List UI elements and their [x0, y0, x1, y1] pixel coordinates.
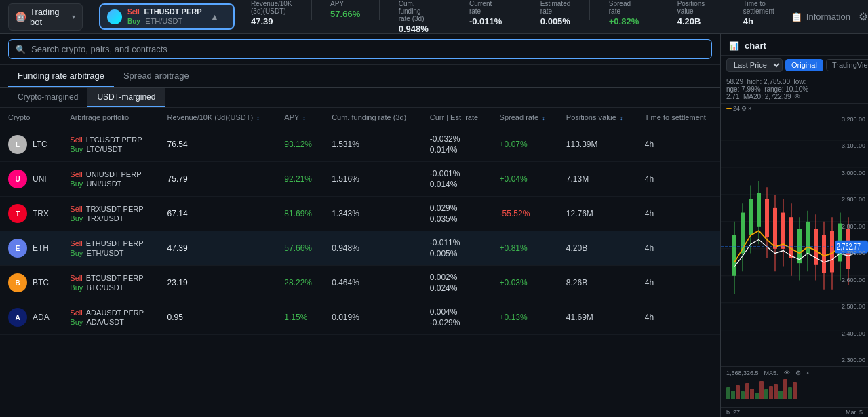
revenue-cell-0: 76.54 [159, 127, 277, 162]
sub-tab-crypto[interactable]: Crypto-margined [8, 88, 87, 107]
col-rate: Curr | Est. rate [422, 108, 492, 127]
table-row[interactable]: A ADA Sell ADAUSDT PERP Buy ADA/USDT 0.9… [0, 300, 720, 335]
vol-stats: 1,668,326.5 MA5: 👁 ⚙ × [726, 370, 863, 376]
chart-stat-line2: nge: 7.99% range: 10.10% [726, 85, 863, 93]
chart-header: 📊 chart [721, 34, 868, 56]
col-apy[interactable]: APY ↕ [276, 108, 323, 127]
stat-apy-label: APY [330, 0, 360, 7]
table-row[interactable]: T TRX Sell TRXUSDT PERP Buy TRX/USDT 67.… [0, 197, 720, 231]
sell-row-5: Sell ADAUSDT PERP [70, 309, 151, 317]
svg-rect-17 [765, 199, 769, 237]
price-2400: 2,400.00 [842, 330, 865, 337]
ma-settings-icon[interactable]: ⚙ [741, 105, 747, 112]
stat-pos-label: Positions value [677, 0, 705, 15]
table-row[interactable]: B BTC Sell BTCUSDT PERP Buy BTC/USDT 23.… [0, 266, 720, 300]
revenue-cell-5: 0.95 [159, 300, 277, 335]
topbar-stats: Revenue/10K (3d)(USDT) 47.39 APY 57.66% … [251, 0, 774, 34]
vol-bar-12 [778, 391, 783, 400]
search-input-wrap: 🔍 [8, 39, 712, 59]
crypto-cell-eth: E ETH [0, 231, 62, 266]
right-panel: 📊 chart Last Price Original TradingView … [721, 34, 868, 417]
vol-bar-4 [741, 391, 745, 399]
settlement-cell-0: 4h [637, 127, 720, 162]
positions-cell-3: 4.20B [558, 231, 637, 266]
tab-spread[interactable]: Spread arbitrage [114, 65, 199, 87]
spread-cell-1: +0.04% [492, 162, 558, 197]
sell-label: Sell ETHUSDT PERP [127, 7, 202, 16]
info-label: Information [806, 12, 850, 22]
col-positions[interactable]: Positions value ↕ [558, 108, 637, 127]
info-button[interactable]: 📋 Information [791, 12, 850, 22]
svg-rect-9 [732, 235, 736, 276]
stat-cum-value: 0.948% [399, 24, 431, 34]
stat-cum: Cum. funding rate (3d) 0.948% [399, 0, 431, 34]
col-spread[interactable]: Spread rate ↕ [492, 108, 558, 127]
stat-est-value: 0.005% [540, 16, 570, 26]
sell-tag: Sell [127, 8, 140, 16]
crypto-name-ltc: LTC [33, 140, 47, 149]
table-row[interactable]: L LTC Sell LTCUSDT PERP Buy LTC/USDT 76.… [0, 127, 720, 162]
vol-bar-8 [760, 381, 764, 399]
bot-icon: 🤖 [16, 12, 26, 22]
col-cum: Cum. funding rate (3d) [323, 108, 422, 127]
chart-icon: 📊 [729, 41, 739, 51]
chart-stat-line1: 58.29 high: 2,785.00 low: [726, 78, 863, 85]
stat-spread-label: Spread rate [609, 0, 639, 15]
vol-ma5: MA5: [764, 370, 778, 376]
sub-tab-usdt[interactable]: USDT-margined [87, 88, 165, 107]
stat-revenue-value: 47.39 [251, 16, 292, 26]
crypto-icon-ltc: L [8, 135, 27, 154]
eye-vol-icon[interactable]: 👁 [784, 370, 790, 376]
col-portfolio: Arbitrage portfolio [62, 108, 159, 127]
tab-funding-rate[interactable]: Funding rate arbitrage [8, 65, 114, 87]
revenue-cell-4: 23.19 [159, 266, 277, 300]
crypto-cell-uni: U UNI [0, 162, 62, 197]
search-input[interactable] [31, 44, 705, 54]
price-3000: 3,000.00 [842, 170, 865, 176]
settlement-cell-3: 4h [637, 231, 720, 266]
vol-bar-7 [755, 393, 759, 400]
chart-stat-line3: 2.71 MA20: 2,722.39 👁 [726, 93, 863, 100]
crypto-name-ada: ADA [33, 313, 50, 322]
svg-rect-23 [789, 217, 793, 258]
selected-pair[interactable]: Sell ETHUSDT PERP Buy ETH/USDT ▲ [99, 3, 235, 30]
vol-bar-1 [726, 387, 730, 399]
stat-apy: APY 57.66% [330, 0, 360, 34]
chart-controls: Last Price Original TradingView ⊞ [721, 56, 868, 75]
vol-bar-14 [788, 387, 792, 399]
collapse-icon[interactable]: ▲ [210, 12, 220, 22]
price-2500: 2,500.00 [842, 303, 865, 310]
apy-cell-0: 93.12% [276, 127, 323, 162]
close-vol-icon[interactable]: × [806, 370, 810, 376]
btn-tradingview[interactable]: TradingView [826, 59, 868, 71]
topbar: 🤖 Trading bot ▾ Sell ETHUSDT PERP Buy ET… [0, 0, 868, 34]
crypto-name-trx: TRX [33, 209, 49, 218]
eye-icon[interactable]: 👁 [794, 93, 801, 100]
btn-original[interactable]: Original [785, 59, 823, 71]
ma-close-icon[interactable]: × [748, 105, 751, 112]
settlement-cell-4: 4h [637, 266, 720, 300]
price-select[interactable]: Last Price [726, 58, 783, 72]
gear-icon[interactable]: ⚙ [859, 10, 868, 23]
crypto-name-uni: UNI [33, 174, 47, 184]
stat-est-label: Estimated rate [540, 0, 570, 15]
cum-cell-2: 1.343% [323, 197, 422, 231]
gear-vol-icon[interactable]: ⚙ [795, 370, 801, 376]
crypto-cell-ada: A ADA [0, 300, 62, 335]
price-2300: 2,300.00 [842, 357, 865, 363]
settlement-cell-1: 4h [637, 162, 720, 197]
table-row[interactable]: U UNI Sell UNIUSDT PERP Buy UNI/USDT 75.… [0, 162, 720, 197]
crypto-cell-trx: T TRX [0, 197, 62, 231]
price-3200: 3,200.00 [842, 116, 865, 123]
trading-bot-selector[interactable]: 🤖 Trading bot ▾ [8, 3, 83, 31]
sell-row-2: Sell TRXUSDT PERP [70, 205, 151, 213]
vol-bar-11 [774, 384, 778, 400]
col-revenue[interactable]: Revenue/10K (3d)(USDT) ↕ [159, 108, 277, 127]
left-panel: 🔍 Funding rate arbitrage Spread arbitrag… [0, 34, 721, 417]
vol-bar-15 [793, 382, 797, 400]
sell-value: ETHUSDT PERP [144, 7, 202, 16]
chart-x-labels: b. 27 Mar. 5 [721, 407, 868, 417]
eth-icon [107, 9, 122, 24]
sell-row-4: Sell BTCUSDT PERP [70, 274, 151, 282]
table-row[interactable]: E ETH Sell ETHUSDT PERP Buy ETH/USDT 47.… [0, 231, 720, 266]
